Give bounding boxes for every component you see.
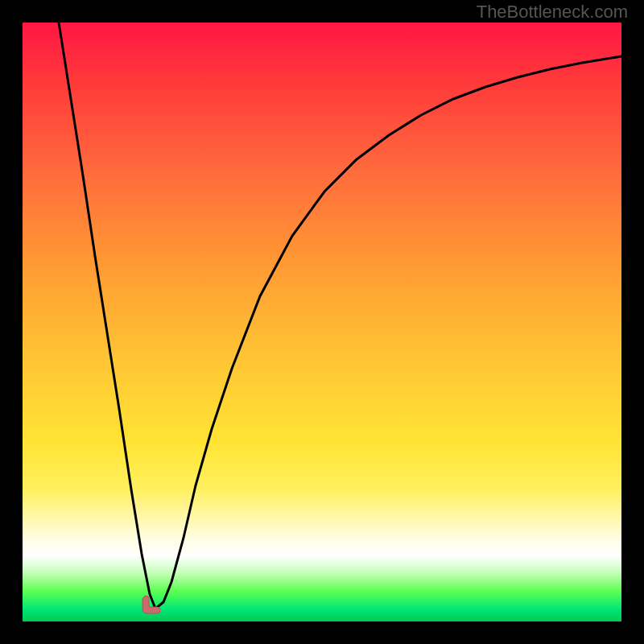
- curve-plot: [23, 23, 621, 621]
- bottleneck-curve-path: [59, 23, 621, 609]
- optimal-marker: [139, 594, 163, 618]
- chart-area: [23, 23, 621, 621]
- watermark-text: TheBottleneck.com: [477, 2, 628, 23]
- marker-icon: [139, 594, 163, 618]
